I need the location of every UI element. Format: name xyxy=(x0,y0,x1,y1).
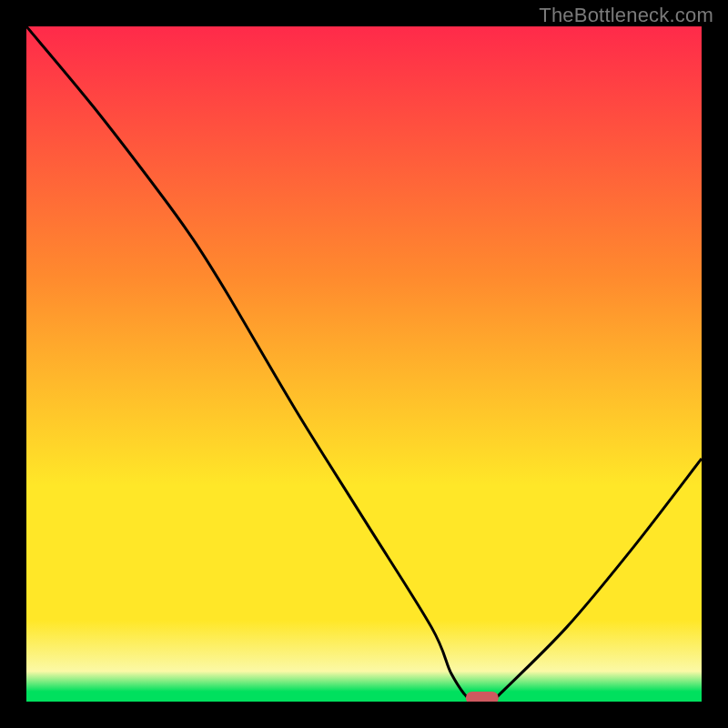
bottleneck-chart xyxy=(26,26,702,702)
watermark-text: TheBottleneck.com xyxy=(539,4,713,27)
outer-frame: TheBottleneck.com xyxy=(0,0,728,728)
optimal-marker xyxy=(466,692,499,702)
gradient-background xyxy=(26,26,702,702)
